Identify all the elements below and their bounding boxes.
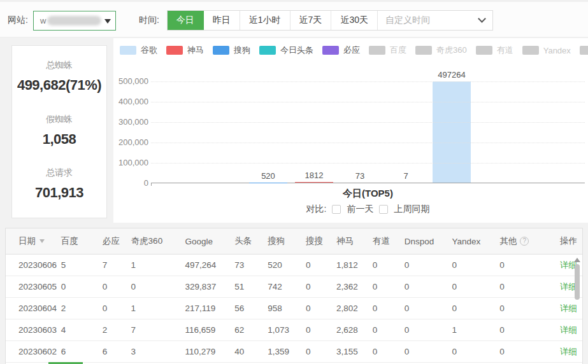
table-cell: 1,073 [268, 325, 306, 335]
legend-item[interactable]: 今日头条 [259, 45, 313, 56]
legend-swatch [322, 46, 339, 55]
legend-item[interactable]: 搜狗 [213, 45, 250, 56]
legend-swatch [522, 46, 539, 55]
table-cell: 110,279 [185, 347, 234, 356]
table-cell: 7 [131, 325, 185, 335]
site-value: w [40, 16, 46, 25]
column-header-有道: 有道 [373, 235, 405, 247]
site-select[interactable]: w [33, 11, 116, 31]
legend-label: 有道 [497, 45, 513, 56]
column-header-label: Dnspod [405, 237, 434, 246]
column-header-Yandex: Yandex [452, 237, 499, 246]
legend-label: Yandex [543, 46, 571, 55]
legend-swatch [369, 46, 385, 55]
table-cell: 0 [405, 260, 452, 270]
compare-option-label: 上周同期 [394, 204, 429, 215]
custom-time-select[interactable]: 自定义时间 [378, 11, 492, 30]
gridline [151, 81, 585, 82]
legend-item[interactable]: 谷歌 [120, 45, 157, 56]
column-header-label: 百度 [61, 235, 78, 247]
column-header-奇虎360: 奇虎360 [131, 235, 185, 247]
table-cell: 0 [373, 347, 405, 356]
table-cell: 5 [61, 260, 103, 270]
table-cell: 6 [103, 347, 131, 356]
table-cell: 329,837 [185, 282, 234, 291]
chart-title: 今日(TOP5) [151, 188, 585, 200]
table-cell: 0 [499, 260, 560, 270]
table-cell: 73 [234, 260, 268, 270]
bar[interactable] [295, 182, 333, 183]
column-header-label: 头条 [234, 235, 252, 247]
column-header-搜搜: 搜搜 [306, 235, 336, 247]
y-axis-tick-label: 200,000 [118, 137, 148, 147]
time-button[interactable]: 昨日 [204, 11, 240, 30]
compare-checkbox[interactable] [379, 205, 388, 214]
legend-item[interactable]: 必应 [322, 45, 360, 56]
legend-item[interactable]: 雅虎 [580, 45, 588, 56]
scroll-up-icon[interactable] [574, 258, 580, 262]
table-header-row: 日期百度必应奇虎360Google头条搜狗搜搜神马有道DnspodYandex其… [6, 228, 582, 255]
column-header-label: 其他 [499, 235, 517, 247]
table-cell: 0 [131, 282, 185, 291]
table-row: 20230606571497,2647352001,8120000详细 [6, 255, 582, 276]
y-axis-tick-label: 300,000 [118, 117, 148, 127]
table-scrollbar[interactable] [573, 258, 581, 361]
legend-swatch [259, 46, 276, 55]
column-header-日期[interactable]: 日期 [18, 235, 61, 247]
table-cell: 20230605 [18, 282, 61, 291]
table-cell: 0 [61, 282, 103, 291]
table-cell: 116,659 [185, 325, 234, 335]
stat-block: 总请求701,913 [12, 167, 106, 201]
legend-item[interactable]: 有道 [476, 45, 513, 56]
chart-legend: 谷歌神马搜狗今日头条必应百度奇虎360有道Yandex雅虎 [120, 44, 586, 57]
column-header-label: 搜搜 [306, 235, 323, 247]
table-cell: 497,264 [185, 260, 234, 270]
controls-row: 网站: w 时间: 今日昨日近1小时近7天近30天 自定义时间 [8, 10, 493, 31]
legend-item[interactable]: Yandex [522, 46, 571, 55]
bar-slot: 1812 [291, 171, 337, 183]
sort-caret-icon[interactable] [39, 239, 45, 243]
table-cell: 0 [405, 325, 452, 335]
table-cell: 0 [373, 325, 405, 335]
time-button[interactable]: 近30天 [331, 11, 378, 30]
legend-label: 奇虎360 [436, 45, 467, 56]
compare-checkbox[interactable] [332, 205, 341, 214]
table-cell: 0 [405, 347, 452, 356]
table-cell: 1 [452, 325, 499, 335]
table-cell: 2 [61, 304, 103, 313]
legend-label: 必应 [343, 45, 360, 56]
time-button[interactable]: 今日 [168, 11, 204, 30]
legend-swatch [213, 46, 229, 55]
site-name-redacted [47, 16, 101, 25]
y-axis-tick-label: 500,000 [118, 76, 148, 86]
bar-value-label: 7 [403, 171, 408, 181]
y-axis-tick-label: 400,000 [118, 97, 148, 106]
compare-row: 对比: 前一天上周同期 [151, 204, 585, 215]
table-cell: 1 [131, 260, 185, 270]
table-cell: 0 [452, 304, 499, 313]
column-header-label: 日期 [18, 235, 36, 247]
table-cell: 4 [61, 325, 103, 335]
column-header-label: Google [185, 237, 213, 246]
column-header-神马: 神马 [336, 235, 373, 247]
table-cell: 0 [499, 325, 560, 335]
table-cell: 1 [131, 304, 185, 313]
table-cell: 0 [103, 304, 131, 313]
table-cell: 0 [452, 282, 499, 291]
bar-value-label: 497264 [438, 70, 465, 80]
bar[interactable] [433, 81, 471, 183]
table-cell: 20230606 [18, 260, 61, 270]
time-button[interactable]: 近7天 [290, 11, 332, 30]
time-button[interactable]: 近1小时 [240, 11, 290, 30]
compare-label: 对比: [306, 204, 327, 215]
legend-item[interactable]: 百度 [369, 45, 406, 56]
data-table: 日期百度必应奇虎360Google头条搜狗搜搜神马有道DnspodYandex其… [5, 228, 583, 364]
legend-item[interactable]: 神马 [166, 45, 204, 56]
scrollbar-thumb[interactable] [575, 264, 580, 300]
legend-swatch [476, 46, 492, 55]
table-cell: 51 [234, 282, 268, 291]
help-icon[interactable]: ? [520, 237, 529, 246]
table-cell: 0 [373, 304, 405, 313]
legend-item[interactable]: 奇虎360 [415, 45, 467, 56]
table-cell: 7 [103, 260, 131, 270]
